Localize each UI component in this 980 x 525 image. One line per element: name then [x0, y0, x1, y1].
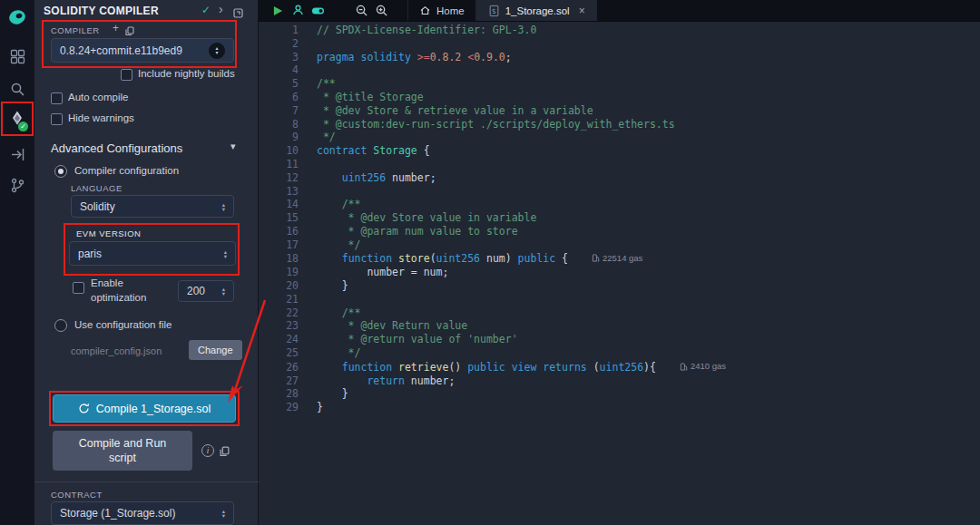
- tab-close-icon[interactable]: ×: [579, 5, 585, 17]
- panel-chevron-icon[interactable]: ›: [219, 2, 223, 16]
- tab-storage-label: 1_Storage.sol: [505, 5, 570, 16]
- compiler-section-label: COMPILER: [51, 25, 100, 35]
- line-number: 24: [259, 333, 299, 346]
- code-line[interactable]: 23 * @dev Return value: [259, 319, 980, 333]
- line-number: 10: [259, 144, 299, 158]
- code-line[interactable]: 18 function store(uint256 num) public {2…: [259, 252, 980, 267]
- tab-storage-file[interactable]: S 1_Storage.sol ×: [476, 0, 597, 21]
- section-divider: [34, 481, 259, 482]
- file-explorer-icon[interactable]: [0, 42, 34, 71]
- deploy-run-icon[interactable]: [0, 140, 34, 169]
- runs-stepper-icon[interactable]: ▴▾: [222, 287, 225, 296]
- line-number: 18: [259, 252, 299, 266]
- version-stepper-icon[interactable]: ▴▾: [209, 43, 225, 59]
- hide-warnings-checkbox[interactable]: [51, 113, 63, 125]
- advanced-chevron-icon[interactable]: ▾: [230, 141, 236, 152]
- code-editor[interactable]: 1// SPDX-License-Identifier: GPL-3.023pr…: [259, 22, 980, 525]
- code-line[interactable]: 12 uint256 number;: [259, 171, 980, 185]
- search-icon[interactable]: [0, 74, 34, 103]
- compile-sync-icon: [78, 403, 90, 414]
- code-text: }: [317, 279, 348, 293]
- run-script-play-icon[interactable]: [268, 0, 288, 21]
- language-select[interactable]: Solidity ▴▾: [71, 195, 234, 218]
- add-compiler-icon[interactable]: +: [113, 22, 119, 34]
- evm-version-select[interactable]: paris ▴▾: [69, 241, 236, 266]
- line-number: 4: [259, 63, 299, 77]
- line-number: 12: [259, 171, 299, 185]
- code-line[interactable]: 25 */: [259, 346, 980, 360]
- code-line[interactable]: 11: [259, 158, 980, 171]
- info-icon[interactable]: i: [201, 444, 214, 457]
- optimization-runs-input[interactable]: 200 ▴▾: [178, 280, 234, 302]
- remix-logo[interactable]: [0, 4, 34, 31]
- compiler-configuration-radio[interactable]: [54, 165, 67, 178]
- nightly-builds-checkbox[interactable]: [121, 69, 132, 81]
- advanced-configurations-title[interactable]: Advanced Configurations: [51, 141, 182, 155]
- tab-home[interactable]: Home: [407, 0, 476, 21]
- pin-panel-icon[interactable]: [233, 5, 243, 22]
- code-line[interactable]: 2: [259, 37, 980, 51]
- code-text: }: [317, 401, 323, 414]
- zoom-in-icon[interactable]: [371, 0, 391, 21]
- evm-stepper-icon: ▴▾: [224, 249, 227, 258]
- code-line[interactable]: 13: [259, 185, 980, 199]
- code-line[interactable]: 15 * @dev Store value in variable: [259, 211, 980, 225]
- enable-optimization-checkbox[interactable]: [73, 282, 84, 294]
- auto-compile-checkbox[interactable]: [51, 92, 63, 104]
- code-line[interactable]: 22 /**: [259, 306, 980, 320]
- code-text: // SPDX-License-Identifier: GPL-3.0: [317, 24, 536, 37]
- line-number: 8: [259, 118, 299, 131]
- line-number: 23: [259, 319, 299, 333]
- contract-select[interactable]: Storage (1_Storage.sol) ▴▾: [51, 501, 234, 525]
- code-line[interactable]: 17 */: [259, 238, 980, 252]
- code-line[interactable]: 28 }: [259, 387, 980, 401]
- code-line[interactable]: 10contract Storage {: [259, 144, 980, 158]
- code-text: function retrieve() public view returns …: [317, 361, 656, 374]
- line-number: 11: [259, 158, 299, 171]
- compiler-version-select[interactable]: 0.8.24+commit.e11b9ed9 ▴▾: [51, 38, 234, 63]
- code-line[interactable]: 8 * @custom:dev-run-script ./scripts/dep…: [259, 118, 980, 131]
- compile-button[interactable]: Compile 1_Storage.sol: [53, 394, 236, 423]
- hide-warnings-label: Hide warnings: [68, 112, 134, 123]
- code-line[interactable]: 5/**: [259, 77, 980, 91]
- git-icon[interactable]: [0, 170, 34, 199]
- code-text: */: [317, 238, 360, 252]
- zoom-out-icon[interactable]: [351, 0, 371, 21]
- code-text: * @custom:dev-run-script ./scripts/deplo…: [317, 118, 675, 131]
- code-text: function store(uint256 num) public {: [317, 252, 568, 266]
- language-value: Solidity: [80, 200, 115, 213]
- code-line[interactable]: 6 * @title Storage: [259, 91, 980, 104]
- code-line[interactable]: 21: [259, 293, 980, 306]
- code-line[interactable]: 14 /**: [259, 198, 980, 211]
- code-text: /**: [317, 198, 360, 211]
- code-line[interactable]: 7 * @dev Store & retrieve value in a var…: [259, 104, 980, 118]
- toggle-icon[interactable]: [308, 0, 328, 21]
- code-line[interactable]: 29}: [259, 401, 980, 414]
- line-number: 25: [259, 346, 299, 360]
- code-line[interactable]: 20 }: [259, 279, 980, 293]
- compile-and-run-button[interactable]: Compile and Run script: [53, 431, 192, 471]
- panel-title: SOLIDITY COMPILER: [44, 5, 159, 17]
- code-text: * @dev Return value: [317, 319, 467, 333]
- tab-home-label: Home: [436, 5, 465, 16]
- code-line[interactable]: 19 number = num;: [259, 266, 980, 279]
- contract-value: Storage (1_Storage.sol): [60, 507, 175, 520]
- code-text: * @param num value to store: [317, 225, 518, 238]
- code-line[interactable]: 1// SPDX-License-Identifier: GPL-3.0: [259, 24, 980, 37]
- code-line[interactable]: 26 function retrieve() public view retur…: [259, 360, 980, 374]
- line-number: 15: [259, 211, 299, 225]
- activity-bar: ✓: [0, 0, 34, 525]
- use-configuration-file-radio[interactable]: [54, 319, 67, 332]
- copy-script-icon[interactable]: [220, 444, 230, 461]
- remix-logo-icon: [7, 7, 27, 27]
- code-line[interactable]: 24 * @return value of 'number': [259, 333, 980, 346]
- change-config-button[interactable]: Change: [189, 340, 242, 360]
- code-line[interactable]: 16 * @param num value to store: [259, 225, 980, 238]
- code-line[interactable]: 4: [259, 63, 980, 77]
- line-number: 9: [259, 131, 299, 144]
- solidity-compiler-icon[interactable]: [0, 105, 34, 134]
- code-line[interactable]: 3pragma solidity >=0.8.2 <0.9.0;: [259, 51, 980, 64]
- user-icon[interactable]: [288, 0, 308, 21]
- code-line[interactable]: 27 return number;: [259, 374, 980, 388]
- code-line[interactable]: 9 */: [259, 131, 980, 144]
